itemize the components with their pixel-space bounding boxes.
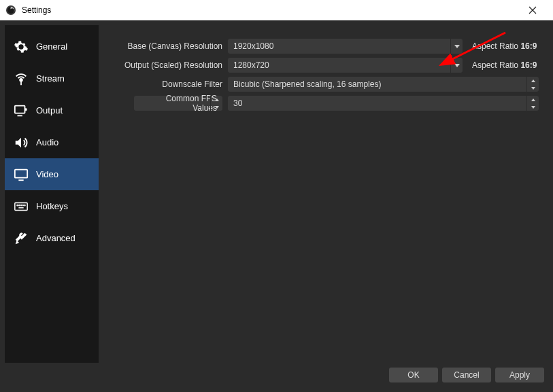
sidebar-item-label: Video	[36, 169, 58, 179]
video-icon	[13, 166, 29, 183]
sidebar-item-stream[interactable]: Stream	[5, 63, 99, 94]
stepper-icon	[210, 96, 222, 111]
sidebar: General Stream Output Audio	[5, 25, 99, 363]
video-settings-panel: Base (Canvas) Resolution 1920x1080 Aspec…	[99, 25, 548, 363]
stepper-icon	[526, 96, 539, 111]
close-icon	[529, 6, 537, 14]
tools-icon	[13, 230, 29, 247]
sidebar-item-label: Output	[36, 105, 63, 115]
base-resolution-dropdown[interactable]: 1920x1080	[228, 39, 463, 54]
output-aspect-ratio: Aspect Ratio 16:9	[468, 60, 539, 70]
svg-rect-4	[15, 105, 25, 113]
gear-icon	[13, 39, 29, 55]
close-button[interactable]	[518, 0, 548, 20]
sidebar-item-label: Hotkeys	[36, 201, 68, 211]
stream-icon	[13, 71, 29, 87]
output-resolution-dropdown[interactable]: 1280x720	[228, 58, 463, 73]
svg-point-9	[17, 204, 18, 205]
fps-mode-value: Common FPS Values	[139, 94, 217, 113]
sidebar-item-general[interactable]: General	[5, 31, 99, 63]
chevron-down-icon	[450, 39, 463, 54]
sidebar-item-video[interactable]: Video	[5, 158, 99, 190]
apply-button[interactable]: Apply	[495, 368, 544, 382]
sidebar-item-advanced[interactable]: Advanced	[5, 222, 99, 254]
obs-logo-icon	[5, 5, 16, 16]
output-resolution-label: Output (Scaled) Resolution	[108, 60, 222, 70]
output-resolution-value: 1280x720	[233, 60, 269, 70]
svg-point-13	[24, 204, 25, 205]
sidebar-item-audio[interactable]: Audio	[5, 126, 99, 158]
sidebar-item-label: Stream	[36, 73, 65, 84]
dialog-footer: OK Cancel Apply	[5, 363, 548, 387]
base-resolution-value: 1920x1080	[233, 41, 273, 51]
keyboard-icon	[13, 198, 29, 215]
sidebar-item-hotkeys[interactable]: Hotkeys	[5, 190, 99, 222]
ok-button[interactable]: OK	[389, 368, 438, 382]
svg-rect-8	[15, 202, 27, 210]
window-title: Settings	[22, 5, 518, 15]
fps-mode-dropdown[interactable]: Common FPS Values	[134, 96, 222, 111]
output-icon	[13, 103, 29, 119]
audio-icon	[13, 135, 29, 151]
base-resolution-label: Base (Canvas) Resolution	[108, 41, 222, 51]
stepper-icon	[526, 77, 539, 92]
sidebar-item-label: Advanced	[36, 233, 76, 243]
fps-value: 30	[233, 99, 242, 108]
sidebar-item-output[interactable]: Output	[5, 94, 99, 126]
sidebar-item-label: General	[36, 41, 67, 52]
svg-point-2	[20, 79, 22, 82]
svg-point-12	[22, 204, 23, 205]
svg-rect-6	[15, 169, 27, 177]
fps-value-dropdown[interactable]: 30	[228, 96, 539, 111]
workspace: General Stream Output Audio	[0, 20, 553, 392]
titlebar: Settings	[0, 0, 553, 20]
cancel-button[interactable]: Cancel	[442, 368, 491, 382]
downscale-filter-value: Bicubic (Sharpened scaling, 16 samples)	[233, 79, 381, 89]
chevron-down-icon	[450, 58, 463, 73]
sidebar-item-label: Audio	[36, 137, 58, 147]
base-aspect-ratio: Aspect Ratio 16:9	[468, 41, 539, 51]
svg-point-10	[19, 204, 20, 205]
downscale-filter-dropdown[interactable]: Bicubic (Sharpened scaling, 16 samples)	[228, 77, 539, 92]
downscale-filter-label: Downscale Filter	[108, 79, 222, 89]
svg-point-11	[20, 204, 21, 205]
